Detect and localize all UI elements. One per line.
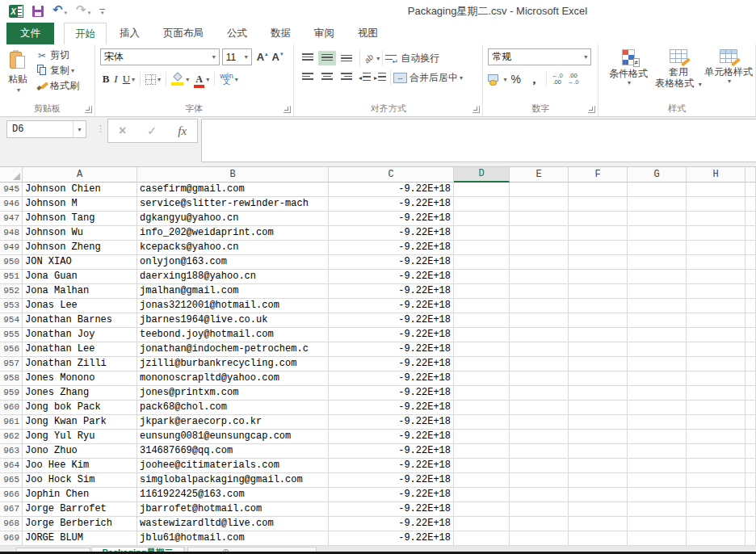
- cell-empty[interactable]: [687, 299, 746, 313]
- tab-insert[interactable]: 插入: [109, 23, 150, 44]
- cell-stub[interactable]: [746, 430, 756, 444]
- cell-name[interactable]: Jones Monono: [23, 371, 137, 386]
- cell-empty[interactable]: [454, 313, 510, 328]
- name-box[interactable]: D6 ▾: [6, 120, 86, 138]
- cell-name[interactable]: Johnson Tang: [23, 212, 137, 226]
- cell-empty[interactable]: [628, 328, 687, 342]
- align-middle-button[interactable]: [318, 51, 336, 65]
- cell-name[interactable]: Jonathan Zilli: [23, 357, 137, 371]
- cell-empty[interactable]: [454, 226, 510, 241]
- clipboard-dialog-launcher-icon[interactable]: [85, 106, 92, 113]
- cell-empty[interactable]: [569, 488, 628, 502]
- cell-name[interactable]: Jorge Berberich: [23, 517, 137, 531]
- cell-empty[interactable]: [687, 197, 746, 212]
- row-header-961[interactable]: 961: [0, 415, 23, 430]
- cell-empty[interactable]: [510, 488, 569, 502]
- cell-email[interactable]: dgkangyu@yahoo.cn: [137, 212, 329, 226]
- cell-stub[interactable]: [746, 386, 756, 401]
- cell-empty[interactable]: [569, 183, 628, 197]
- cell-value[interactable]: -9.22E+18: [329, 502, 454, 517]
- cell-empty[interactable]: [454, 357, 510, 371]
- cell-name[interactable]: Johnson Chien: [23, 183, 137, 197]
- cell-empty[interactable]: [454, 371, 510, 386]
- cell-empty[interactable]: [510, 241, 569, 255]
- cell-empty[interactable]: [628, 444, 687, 459]
- cell-empty[interactable]: [569, 241, 628, 255]
- paste-button[interactable]: 粘贴 ▾: [2, 48, 34, 102]
- copy-button[interactable]: 复制 ▾: [36, 63, 79, 78]
- cell-empty[interactable]: [454, 255, 510, 270]
- cell-value[interactable]: -9.22E+18: [329, 386, 454, 401]
- cell-stub[interactable]: [746, 488, 756, 502]
- cell-empty[interactable]: [454, 299, 510, 313]
- cell-empty[interactable]: [687, 226, 746, 241]
- cell-empty[interactable]: [687, 183, 746, 197]
- cell-name[interactable]: Jong Yul Ryu: [23, 430, 137, 444]
- cell-empty[interactable]: [628, 299, 687, 313]
- cell-empty[interactable]: [454, 444, 510, 459]
- row-header-954[interactable]: 954: [0, 313, 23, 328]
- cell-empty[interactable]: [628, 342, 687, 357]
- cell-empty[interactable]: [569, 415, 628, 430]
- row-header-950[interactable]: 950: [0, 255, 23, 270]
- cell-email[interactable]: jbarrofet@hotmail.com: [137, 502, 329, 517]
- cell-empty[interactable]: [510, 284, 569, 299]
- cell-value[interactable]: -9.22E+18: [329, 270, 454, 284]
- column-header-G[interactable]: G: [628, 167, 687, 183]
- cell-empty[interactable]: [628, 473, 687, 488]
- cell-empty[interactable]: [510, 415, 569, 430]
- cell-stub[interactable]: [746, 531, 756, 546]
- align-top-button[interactable]: [299, 51, 317, 65]
- tab-data[interactable]: 数据: [260, 23, 301, 44]
- cell-email[interactable]: onlyjon@163.com: [137, 255, 329, 270]
- cell-empty[interactable]: [454, 342, 510, 357]
- number-format-select[interactable]: 常规 ▾: [488, 48, 591, 65]
- phonetic-guide-button[interactable]: wén文▾: [217, 73, 241, 85]
- column-header-A[interactable]: A: [23, 167, 137, 183]
- cell-stub[interactable]: [746, 313, 756, 328]
- row-header-952[interactable]: 952: [0, 284, 23, 299]
- cell-empty[interactable]: [510, 183, 569, 197]
- cell-empty[interactable]: [687, 517, 746, 531]
- cell-empty[interactable]: [687, 342, 746, 357]
- tab-home[interactable]: 开始: [64, 23, 107, 44]
- cell-email[interactable]: mononoscrapltd@yahoo.com: [137, 371, 329, 386]
- cell-empty[interactable]: [454, 328, 510, 342]
- cell-empty[interactable]: [569, 371, 628, 386]
- cell-empty[interactable]: [454, 386, 510, 401]
- row-header-966[interactable]: 966: [0, 488, 23, 502]
- row-header-969[interactable]: 969: [0, 531, 23, 546]
- cell-value[interactable]: -9.22E+18: [329, 517, 454, 531]
- cell-empty[interactable]: [510, 371, 569, 386]
- cell-empty[interactable]: [510, 197, 569, 212]
- cell-empty[interactable]: [569, 212, 628, 226]
- column-header-C[interactable]: C: [329, 167, 454, 183]
- save-icon[interactable]: [32, 6, 44, 17]
- increase-indent-button[interactable]: ▸: [374, 73, 386, 82]
- cell-empty[interactable]: [628, 386, 687, 401]
- cell-name[interactable]: Johnson Wu: [23, 226, 137, 241]
- cell-stub[interactable]: [746, 342, 756, 357]
- cell-empty[interactable]: [628, 459, 687, 473]
- cell-email[interactable]: teebond.joy@hotmail.com: [137, 328, 329, 342]
- column-header-D[interactable]: D: [454, 167, 510, 183]
- cell-empty[interactable]: [687, 328, 746, 342]
- cell-empty[interactable]: [569, 430, 628, 444]
- cell-empty[interactable]: [687, 386, 746, 401]
- cell-empty[interactable]: [687, 502, 746, 517]
- cell-empty[interactable]: [628, 517, 687, 531]
- cell-empty[interactable]: [569, 502, 628, 517]
- paste-dropdown-icon[interactable]: ▾: [17, 86, 20, 94]
- accounting-format-icon[interactable]: [488, 73, 502, 86]
- cell-email[interactable]: jzilli@burbankrecycling.com: [137, 357, 329, 371]
- font-dialog-launcher-icon[interactable]: [284, 106, 291, 113]
- enter-icon[interactable]: ✓: [147, 124, 158, 138]
- tab-file[interactable]: 文件: [6, 23, 54, 44]
- cell-value[interactable]: -9.22E+18: [329, 459, 454, 473]
- column-header-F[interactable]: F: [569, 167, 628, 183]
- cell-stub[interactable]: [746, 197, 756, 212]
- align-bottom-button[interactable]: [338, 51, 355, 65]
- cell-empty[interactable]: [569, 328, 628, 342]
- cell-stub[interactable]: [746, 241, 756, 255]
- cell-empty[interactable]: [454, 212, 510, 226]
